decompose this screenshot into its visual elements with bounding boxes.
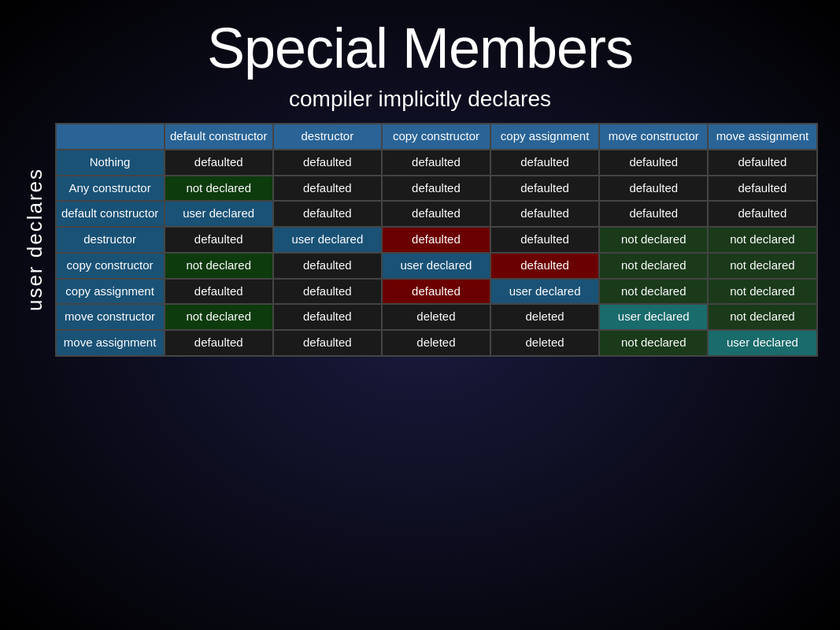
cell-r1-c1: not declared <box>165 176 273 202</box>
table-wrapper: user declares default constructordestruc… <box>23 123 818 357</box>
cell-r6-c3: deleted <box>382 304 490 330</box>
cell-r2-c4: defaulted <box>490 201 599 227</box>
header-col-5: move constructor <box>599 124 708 150</box>
table-row: copy constructornot declareddefaulteduse… <box>56 253 817 279</box>
page-title: Special Members <box>207 16 633 80</box>
table-row: copy assignmentdefaulteddefaulteddefault… <box>56 279 817 305</box>
cell-r2-c2: defaulted <box>273 201 382 227</box>
cell-r0-c2: defaulted <box>273 150 382 176</box>
side-label: user declares <box>23 168 47 311</box>
cell-r1-c3: defaulted <box>382 176 490 202</box>
cell-r4-c4: defaulted <box>490 253 599 279</box>
row-label-1: Any constructor <box>56 176 165 202</box>
cell-r3-c3: defaulted <box>382 227 490 253</box>
cell-r5-c5: not declared <box>599 279 708 305</box>
cell-r0-c6: defaulted <box>708 150 816 176</box>
row-label-3: destructor <box>56 227 165 253</box>
cell-r2-c6: defaulted <box>708 201 816 227</box>
cell-r2-c5: defaulted <box>599 201 708 227</box>
table-row: Nothingdefaulteddefaulteddefaulteddefaul… <box>56 150 817 176</box>
cell-r6-c5: user declared <box>599 304 708 330</box>
cell-r4-c1: not declared <box>165 253 273 279</box>
subtitle: compiler implicitly declares <box>289 87 551 112</box>
cell-r5-c4: user declared <box>490 279 599 305</box>
cell-r7-c4: deleted <box>490 330 599 356</box>
cell-r4-c3: user declared <box>382 253 490 279</box>
cell-r6-c2: defaulted <box>273 304 382 330</box>
cell-r3-c1: defaulted <box>165 227 273 253</box>
header-col-3: copy constructor <box>382 124 490 150</box>
cell-r7-c2: defaulted <box>273 330 382 356</box>
row-label-5: copy assignment <box>56 279 165 305</box>
cell-r2-c3: defaulted <box>382 201 490 227</box>
cell-r4-c5: not declared <box>599 253 708 279</box>
cell-r5-c1: defaulted <box>165 279 273 305</box>
cell-r2-c1: user declared <box>165 201 273 227</box>
row-label-2: default constructor <box>56 201 165 227</box>
cell-r6-c4: deleted <box>490 304 599 330</box>
special-members-table: default constructordestructorcopy constr… <box>55 123 818 357</box>
cell-r3-c4: defaulted <box>490 227 599 253</box>
table-row: default constructoruser declareddefaulte… <box>56 201 817 227</box>
cell-r0-c3: defaulted <box>382 150 490 176</box>
table-row: Any constructornot declareddefaulteddefa… <box>56 176 817 202</box>
header-col-6: move assignment <box>708 124 816 150</box>
cell-r7-c5: not declared <box>599 330 708 356</box>
cell-r4-c6: not declared <box>708 253 816 279</box>
row-label-6: move constructor <box>56 304 165 330</box>
row-label-4: copy constructor <box>56 253 165 279</box>
cell-r7-c1: defaulted <box>165 330 273 356</box>
cell-r7-c3: deleted <box>382 330 490 356</box>
table-row: destructordefaulteduser declareddefaulte… <box>56 227 817 253</box>
cell-r5-c3: defaulted <box>382 279 490 305</box>
cell-r5-c6: not declared <box>708 279 816 305</box>
cell-r5-c2: defaulted <box>273 279 382 305</box>
cell-r3-c5: not declared <box>599 227 708 253</box>
cell-r6-c1: not declared <box>165 304 273 330</box>
header-col-4: copy assignment <box>490 124 599 150</box>
row-label-0: Nothing <box>56 150 165 176</box>
header-col-2: destructor <box>273 124 382 150</box>
cell-r0-c5: defaulted <box>599 150 708 176</box>
cell-r0-c4: defaulted <box>490 150 599 176</box>
cell-r4-c2: defaulted <box>273 253 382 279</box>
cell-r0-c1: defaulted <box>165 150 273 176</box>
row-label-7: move assignment <box>56 330 165 356</box>
cell-r1-c6: defaulted <box>708 176 816 202</box>
table-row: move constructornot declareddefaulteddel… <box>56 304 817 330</box>
cell-r3-c6: not declared <box>708 227 816 253</box>
header-col-1: default constructor <box>165 124 273 150</box>
cell-r6-c6: not declared <box>708 304 816 330</box>
cell-r1-c5: defaulted <box>599 176 708 202</box>
cell-r1-c4: defaulted <box>490 176 599 202</box>
table-row: move assignmentdefaulteddefaulteddeleted… <box>56 330 817 356</box>
cell-r1-c2: defaulted <box>273 176 382 202</box>
header-empty <box>56 124 165 150</box>
cell-r3-c2: user declared <box>273 227 382 253</box>
cell-r7-c6: user declared <box>708 330 816 356</box>
